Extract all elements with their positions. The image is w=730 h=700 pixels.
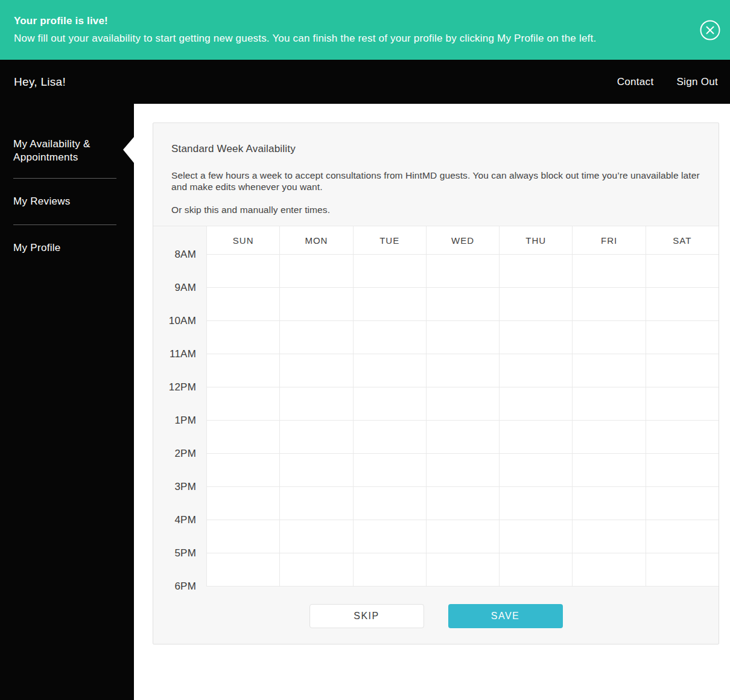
banner-message: Now fill out your availability to start … bbox=[14, 33, 682, 45]
availability-cell[interactable] bbox=[499, 487, 572, 520]
sidebar-item-profile[interactable]: My Profile bbox=[0, 241, 134, 255]
availability-cell[interactable] bbox=[426, 487, 499, 520]
availability-cell[interactable] bbox=[279, 288, 352, 321]
availability-cell[interactable] bbox=[206, 487, 279, 520]
availability-cell[interactable] bbox=[353, 421, 426, 454]
availability-cell[interactable] bbox=[572, 288, 645, 321]
day-header-sat: SAT bbox=[646, 226, 719, 255]
card-footer: SKIP SAVE bbox=[153, 604, 719, 628]
availability-card: Standard Week Availability Select a few … bbox=[153, 122, 719, 644]
close-icon bbox=[700, 20, 720, 40]
time-label: 4PM bbox=[153, 514, 196, 526]
availability-cell[interactable] bbox=[353, 321, 426, 354]
availability-cell[interactable] bbox=[572, 255, 645, 288]
availability-cell[interactable] bbox=[206, 255, 279, 288]
availability-cell[interactable] bbox=[499, 454, 572, 487]
availability-cell[interactable] bbox=[572, 487, 645, 520]
availability-cell[interactable] bbox=[499, 520, 572, 553]
availability-cell[interactable] bbox=[426, 421, 499, 454]
availability-cell[interactable] bbox=[353, 255, 426, 288]
card-head: Standard Week Availability Select a few … bbox=[153, 123, 719, 226]
availability-cell[interactable] bbox=[279, 487, 352, 520]
availability-cell[interactable] bbox=[499, 421, 572, 454]
time-label: 6PM bbox=[153, 581, 196, 593]
header-links: Contact Sign Out bbox=[617, 76, 718, 88]
availability-cell[interactable] bbox=[279, 354, 352, 387]
sidebar: My Availability & Appointments My Review… bbox=[0, 104, 134, 700]
availability-cell[interactable] bbox=[206, 288, 279, 321]
availability-cell[interactable] bbox=[646, 354, 719, 387]
availability-cell[interactable] bbox=[646, 421, 719, 454]
banner-close-button[interactable] bbox=[700, 20, 720, 40]
availability-cell[interactable] bbox=[279, 421, 352, 454]
availability-cell[interactable] bbox=[572, 387, 645, 421]
availability-cell[interactable] bbox=[353, 520, 426, 553]
availability-cell[interactable] bbox=[206, 354, 279, 387]
availability-cell[interactable] bbox=[572, 520, 645, 553]
contact-link[interactable]: Contact bbox=[617, 76, 654, 88]
availability-cell[interactable] bbox=[353, 288, 426, 321]
main-layout: My Availability & Appointments My Review… bbox=[0, 104, 730, 700]
day-header-mon: MON bbox=[279, 226, 352, 255]
availability-cell[interactable] bbox=[206, 520, 279, 553]
availability-cell[interactable] bbox=[646, 454, 719, 487]
sidebar-divider bbox=[13, 178, 116, 179]
active-item-arrow bbox=[123, 137, 134, 163]
availability-cell[interactable] bbox=[353, 354, 426, 387]
availability-cell[interactable] bbox=[499, 387, 572, 421]
availability-cell[interactable] bbox=[279, 255, 352, 288]
availability-cell[interactable] bbox=[426, 387, 499, 421]
availability-cell[interactable] bbox=[353, 487, 426, 520]
availability-cell[interactable] bbox=[426, 321, 499, 354]
availability-cell[interactable] bbox=[499, 255, 572, 288]
availability-cell[interactable] bbox=[572, 321, 645, 354]
availability-cell[interactable] bbox=[426, 520, 499, 553]
availability-cell[interactable] bbox=[206, 454, 279, 487]
availability-cell[interactable] bbox=[426, 354, 499, 387]
availability-cell[interactable] bbox=[353, 387, 426, 421]
sidebar-item-availability[interactable]: My Availability & Appointments bbox=[0, 138, 134, 164]
availability-cell[interactable] bbox=[279, 387, 352, 421]
availability-cell[interactable] bbox=[572, 553, 645, 587]
availability-cell[interactable] bbox=[206, 553, 279, 587]
availability-cell[interactable] bbox=[646, 520, 719, 553]
banner-title: Your profile is live! bbox=[14, 15, 682, 27]
availability-cell[interactable] bbox=[279, 520, 352, 553]
availability-cell[interactable] bbox=[646, 288, 719, 321]
time-label: 3PM bbox=[153, 481, 196, 493]
availability-cell[interactable] bbox=[426, 454, 499, 487]
availability-cell[interactable] bbox=[572, 354, 645, 387]
availability-cell[interactable] bbox=[426, 288, 499, 321]
availability-cell[interactable] bbox=[499, 354, 572, 387]
availability-cell[interactable] bbox=[206, 321, 279, 354]
availability-cell[interactable] bbox=[646, 387, 719, 421]
top-header: Hey, Lisa! Contact Sign Out bbox=[0, 60, 730, 104]
availability-cell[interactable] bbox=[646, 487, 719, 520]
availability-cell[interactable] bbox=[206, 421, 279, 454]
day-header-sun: SUN bbox=[206, 226, 279, 255]
availability-cell[interactable] bbox=[426, 255, 499, 288]
availability-cell[interactable] bbox=[353, 454, 426, 487]
availability-cell[interactable] bbox=[206, 387, 279, 421]
availability-cell[interactable] bbox=[279, 454, 352, 487]
availability-cell[interactable] bbox=[499, 553, 572, 587]
availability-cell[interactable] bbox=[279, 553, 352, 587]
sidebar-item-reviews[interactable]: My Reviews bbox=[0, 195, 134, 208]
availability-cell[interactable] bbox=[646, 255, 719, 288]
sign-out-link[interactable]: Sign Out bbox=[676, 76, 718, 88]
skip-button[interactable]: SKIP bbox=[309, 604, 424, 628]
availability-cell[interactable] bbox=[279, 321, 352, 354]
time-label: 8AM bbox=[153, 249, 196, 261]
availability-cell[interactable] bbox=[353, 553, 426, 587]
availability-cell[interactable] bbox=[499, 288, 572, 321]
save-button[interactable]: SAVE bbox=[448, 604, 563, 628]
availability-cell[interactable] bbox=[426, 553, 499, 587]
card-description: Select a few hours a week to accept cons… bbox=[171, 170, 700, 192]
availability-cell[interactable] bbox=[572, 421, 645, 454]
availability-cell[interactable] bbox=[646, 321, 719, 354]
availability-cell[interactable] bbox=[572, 454, 645, 487]
time-label: 10AM bbox=[153, 315, 196, 327]
availability-cell[interactable] bbox=[499, 321, 572, 354]
day-header-thu: THU bbox=[499, 226, 572, 255]
availability-cell[interactable] bbox=[646, 553, 719, 587]
